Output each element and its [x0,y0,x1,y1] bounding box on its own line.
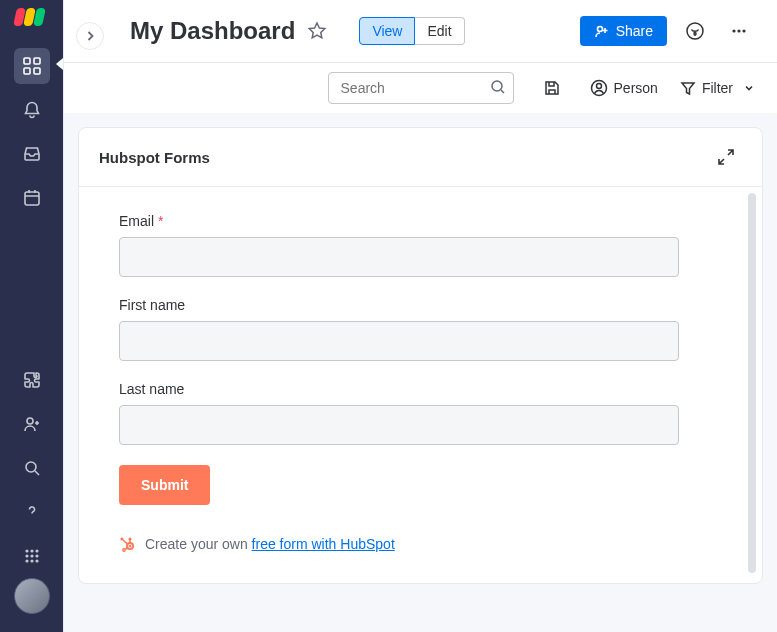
email-label: Email * [119,213,679,229]
svg-point-11 [30,554,33,557]
search-icon [490,79,506,95]
svg-point-7 [25,549,28,552]
hubspot-footer-text: Create your own free form with HubSpot [145,536,395,552]
more-options-button[interactable] [723,15,755,47]
person-label: Person [614,80,658,96]
share-label: Share [616,23,653,39]
svg-point-10 [25,554,28,557]
nav-integrations[interactable] [14,362,50,398]
person-filter[interactable]: Person [590,79,658,97]
svg-point-20 [742,29,745,32]
first-name-label: First name [119,297,679,313]
svg-rect-0 [24,58,30,64]
svg-point-15 [35,559,38,562]
nav-notifications[interactable] [14,92,50,128]
nav-invite[interactable] [14,406,50,442]
svg-point-9 [35,549,38,552]
search-wrap [328,72,514,104]
tab-view[interactable]: View [359,17,415,45]
svg-rect-2 [24,68,30,74]
last-name-field[interactable] [119,405,679,445]
favorite-button[interactable] [307,21,327,41]
save-button[interactable] [536,72,568,104]
card-title: Hubspot Forms [99,149,210,166]
share-button[interactable]: Share [580,16,667,46]
hubspot-link[interactable]: free form with HubSpot [252,536,395,552]
reactions-button[interactable] [679,15,711,47]
nav-help[interactable] [14,494,50,530]
svg-point-16 [597,27,602,32]
search-input[interactable] [328,72,514,104]
filter-button[interactable]: Filter [680,80,755,96]
last-name-label: Last name [119,381,679,397]
nav-inbox[interactable] [14,136,50,172]
svg-point-18 [732,29,735,32]
svg-point-23 [596,84,601,89]
toolbar: Person Filter [63,63,777,113]
chevron-down-icon [743,82,755,94]
collapse-sidebar-button[interactable] [76,22,104,50]
card-header: Hubspot Forms [79,128,762,187]
mode-tabs: View Edit [359,17,464,45]
submit-button[interactable]: Submit [119,465,210,505]
page-area: My Dashboard View Edit Share [63,0,777,632]
user-avatar[interactable] [14,578,50,614]
required-mark: * [158,213,163,229]
svg-rect-1 [34,58,40,64]
svg-point-13 [25,559,28,562]
expand-button[interactable] [710,141,742,173]
nav-apps[interactable] [14,538,50,574]
svg-point-19 [737,29,740,32]
svg-point-8 [30,549,33,552]
svg-point-28 [123,549,125,551]
monday-logo [15,8,49,30]
email-field[interactable] [119,237,679,277]
nav-calendar[interactable] [14,180,50,216]
content-area: Hubspot Forms Email * First name Last na… [63,113,777,632]
svg-point-6 [26,462,36,472]
hubspot-footer: Create your own free form with HubSpot [119,535,722,553]
svg-rect-4 [25,192,39,205]
svg-point-21 [492,81,502,91]
svg-point-5 [27,418,33,424]
card-body: Email * First name Last name Submit Crea [79,187,762,583]
form-scrollbar[interactable] [748,193,756,573]
page-header: My Dashboard View Edit Share [63,0,777,63]
nav-workspaces[interactable] [14,48,50,84]
nav-search[interactable] [14,450,50,486]
page-title: My Dashboard [130,17,295,45]
left-sidebar [0,0,63,632]
svg-point-12 [35,554,38,557]
widget-card: Hubspot Forms Email * First name Last na… [78,127,763,584]
filter-label: Filter [702,80,733,96]
first-name-field[interactable] [119,321,679,361]
sidebar-active-indicator [56,58,63,70]
hubspot-icon [119,535,137,553]
svg-point-14 [30,559,33,562]
svg-rect-3 [34,68,40,74]
tab-edit[interactable]: Edit [415,17,464,45]
svg-point-25 [129,545,131,547]
